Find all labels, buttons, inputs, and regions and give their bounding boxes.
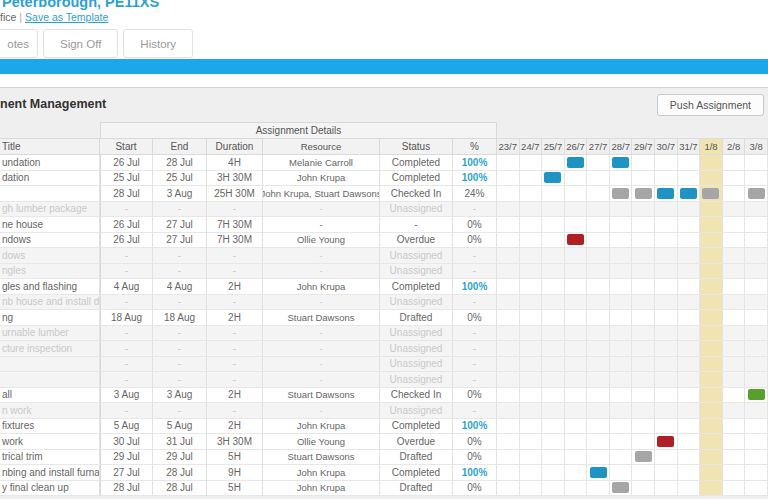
- table-row[interactable]: urnable lumber----Unassigned-: [0, 326, 768, 342]
- history-button[interactable]: History: [123, 29, 193, 58]
- table-row[interactable]: work30 Jul31 Jul3H 30MOllie YoungOverdue…: [0, 434, 768, 450]
- table-row[interactable]: fixtures5 Aug5 Aug2HJohn KrupaCompleted1…: [0, 419, 768, 435]
- gantt-body: undation26 Jul28 Jul4HMelanie CarrollCom…: [0, 155, 768, 496]
- row-title: gh lumber package: [0, 202, 100, 218]
- gantt-bar-red[interactable]: [657, 436, 674, 447]
- row-end: 5 Aug: [153, 419, 207, 435]
- timeline-cell: [497, 233, 520, 249]
- timeline-cell: [678, 481, 701, 497]
- gantt-bar-red[interactable]: [567, 234, 584, 245]
- row-start: 26 Jul: [100, 155, 153, 171]
- timeline-date-header: 2/8: [723, 138, 746, 155]
- table-row[interactable]: dows----Unassigned-: [0, 248, 768, 264]
- gantt-bar-gray[interactable]: [748, 188, 765, 199]
- column-header-resource[interactable]: Resource: [263, 138, 380, 155]
- column-header-start[interactable]: Start: [100, 138, 153, 155]
- table-row[interactable]: ----Unassigned-: [0, 372, 768, 388]
- row-start: 26 Jul: [100, 233, 153, 249]
- row-duration: -: [207, 248, 263, 264]
- timeline-cell: [587, 450, 610, 466]
- table-row[interactable]: gh lumber package----Unassigned-: [0, 202, 768, 218]
- row-percent: 0%: [453, 310, 497, 326]
- gantt-bar-gray[interactable]: [702, 188, 719, 199]
- row-title: y final clean up: [0, 481, 100, 497]
- gantt-bar-blue[interactable]: [567, 157, 584, 168]
- table-row[interactable]: gles and flashing4 Aug4 Aug2HJohn KrupaC…: [0, 279, 768, 295]
- table-row[interactable]: nb house and install duct----Unassigned-: [0, 295, 768, 311]
- row-status: Completed: [380, 465, 453, 481]
- push-assignment-button[interactable]: Push Assignment: [657, 94, 764, 116]
- timeline-cell: [610, 465, 633, 481]
- table-row[interactable]: y final clean up28 Jul28 Jul5HJohn Krupa…: [0, 481, 768, 497]
- row-duration: 7H 30M: [207, 233, 263, 249]
- save-as-template-link[interactable]: Save as Template: [25, 11, 108, 23]
- gantt-bar-blue[interactable]: [590, 467, 607, 478]
- table-row[interactable]: 28 Jul3 Aug25H 30MJohn Krupa, Stuart Daw…: [0, 186, 768, 202]
- timeline-cell: [565, 341, 588, 357]
- timeline-cell: [497, 341, 520, 357]
- table-row[interactable]: cture inspection----Unassigned-: [0, 341, 768, 357]
- table-row[interactable]: ne house26 Jul27 Jul7H 30M--0%: [0, 217, 768, 233]
- gantt-bar-blue[interactable]: [544, 172, 561, 183]
- timeline-cell: [587, 202, 610, 218]
- table-row[interactable]: ----Unassigned-: [0, 357, 768, 373]
- timeline-cell: [542, 310, 565, 326]
- row-title: undation: [0, 155, 100, 171]
- gantt-bar-blue[interactable]: [657, 188, 674, 199]
- timeline-cell: [678, 403, 701, 419]
- row-start: 28 Jul: [100, 186, 153, 202]
- row-resource: -: [263, 403, 380, 419]
- row-resource: -: [263, 248, 380, 264]
- row-status: Drafted: [380, 310, 453, 326]
- row-resource: Stuart Dawsons: [263, 450, 380, 466]
- table-row[interactable]: trical trim29 Jul29 Jul5HStuart DawsonsD…: [0, 450, 768, 466]
- gantt-bar-blue[interactable]: [612, 157, 629, 168]
- timeline-cell: [678, 233, 701, 249]
- timeline-cell: [610, 341, 633, 357]
- table-row[interactable]: nbing and install furnace27 Jul28 Jul9HJ…: [0, 465, 768, 481]
- gantt-bar-gray[interactable]: [635, 188, 652, 199]
- timeline-cell: [610, 357, 633, 373]
- table-row[interactable]: ndows26 Jul27 Jul7H 30MOllie YoungOverdu…: [0, 233, 768, 249]
- table-row[interactable]: ngles----Unassigned-: [0, 264, 768, 280]
- column-header-duration[interactable]: Duration: [207, 138, 263, 155]
- table-row[interactable]: n work----Unassigned-: [0, 403, 768, 419]
- timeline-cell: [678, 217, 701, 233]
- row-resource: -: [263, 357, 380, 373]
- row-start: -: [100, 202, 153, 218]
- row-resource: -: [263, 295, 380, 311]
- column-header-title[interactable]: Title: [0, 138, 100, 155]
- notes-button[interactable]: otes: [0, 29, 38, 58]
- row-resource: Stuart Dawsons: [263, 310, 380, 326]
- row-title: ng: [0, 310, 100, 326]
- column-header-[interactable]: %: [453, 138, 497, 155]
- timeline-cell: [723, 403, 746, 419]
- table-row[interactable]: all3 Aug3 Aug2HStuart DawsonsChecked In0…: [0, 388, 768, 404]
- timeline-cell: [678, 186, 701, 202]
- table-row[interactable]: dation25 Jul25 Jul3H 30MJohn KrupaComple…: [0, 171, 768, 187]
- row-end: -: [153, 248, 207, 264]
- timeline-cell: [655, 279, 678, 295]
- sign-off-button[interactable]: Sign Off: [43, 29, 118, 58]
- project-title-link[interactable]: Peterborough, PE11XS: [2, 0, 159, 10]
- gantt-bar-gray[interactable]: [612, 482, 629, 493]
- table-row[interactable]: undation26 Jul28 Jul4HMelanie CarrollCom…: [0, 155, 768, 171]
- timeline-cell: [610, 450, 633, 466]
- row-start: -: [100, 403, 153, 419]
- timeline-cell: [632, 171, 655, 187]
- table-row[interactable]: ng18 Aug18 Aug2HStuart DawsonsDrafted0%: [0, 310, 768, 326]
- timeline-cell: [542, 388, 565, 404]
- row-duration: 2H: [207, 388, 263, 404]
- timeline-cell: [678, 372, 701, 388]
- row-percent: -: [453, 295, 497, 311]
- gantt-bar-gray[interactable]: [635, 451, 652, 462]
- row-title: [0, 357, 100, 373]
- row-duration: -: [207, 326, 263, 342]
- gantt-bar-green[interactable]: [748, 389, 765, 400]
- gantt-bar-blue[interactable]: [680, 188, 697, 199]
- column-header-end[interactable]: End: [153, 138, 207, 155]
- column-header-status[interactable]: Status: [380, 138, 453, 155]
- timeline-cell: [678, 419, 701, 435]
- gantt-bar-gray[interactable]: [612, 188, 629, 199]
- timeline-cell: [587, 465, 610, 481]
